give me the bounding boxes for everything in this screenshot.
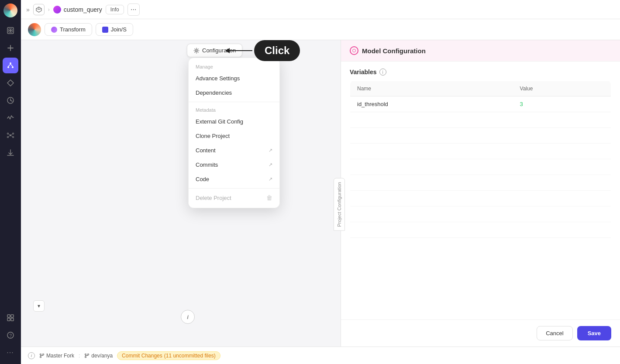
dropdown-menu: Manage Advance Settings Dependencies Met… <box>188 58 280 208</box>
divider-1 <box>189 102 279 102</box>
chevron-down-icon: ▾ <box>38 303 40 309</box>
configuration-icon <box>193 48 200 54</box>
svg-point-41 <box>85 356 86 357</box>
variables-section: Variables i Name Value id_threshold 3 <box>341 62 620 319</box>
click-tooltip: Click <box>226 40 300 61</box>
sub-topbar: Transform Join/S <box>21 19 620 40</box>
info-button[interactable]: Info <box>106 5 124 14</box>
svg-point-37 <box>40 356 41 357</box>
arrow-shaft <box>226 50 252 51</box>
center-info-icon: i <box>187 314 189 320</box>
empty-row-2 <box>350 128 611 144</box>
commit-label: Commit Changes <box>122 353 162 359</box>
svg-point-38 <box>43 354 44 355</box>
svg-text:?: ? <box>9 333 12 338</box>
svg-line-11 <box>10 64 13 66</box>
right-panel-footer: Cancel Save <box>341 319 620 347</box>
sidebar-icon-diamond[interactable] <box>3 75 18 91</box>
arrowhead-icon <box>225 48 230 53</box>
commit-changes-badge[interactable]: Commit Changes (11 uncommitted files) <box>117 351 220 360</box>
right-panel: Model Configuration Variables i Name Val… <box>341 40 620 347</box>
clone-project-item[interactable]: Clone Project <box>189 129 279 143</box>
git-dev-icon <box>84 353 90 358</box>
svg-point-35 <box>196 50 197 52</box>
svg-line-14 <box>10 100 12 101</box>
project-configuration-tab[interactable]: Project Configuration <box>334 178 345 231</box>
model-config-icon <box>350 46 358 55</box>
commits-label: Commits <box>196 161 218 168</box>
code-label: Code <box>196 176 209 182</box>
svg-line-34 <box>39 8 41 10</box>
model-config-title: Model Configuration <box>362 47 426 55</box>
delete-project-label: Delete Project <box>196 195 231 201</box>
main-area: » › custom_query Info ··· Transform J <box>21 0 620 364</box>
advance-settings-label: Advance Settings <box>196 75 240 82</box>
delete-project-item[interactable]: Delete Project 🗑 <box>189 190 279 205</box>
sidebar-icon-clock[interactable] <box>3 93 18 108</box>
bottom-info-icon[interactable]: i <box>28 352 35 359</box>
project-logo <box>28 23 41 36</box>
topbar-arrow-icon: › <box>48 7 50 13</box>
table-row: id_threshold 3 <box>350 96 611 112</box>
chevron-down-button[interactable]: ▾ <box>33 300 45 312</box>
code-item[interactable]: Code ↗ <box>189 172 279 186</box>
svg-point-8 <box>7 66 9 68</box>
external-git-config-item[interactable]: External Git Config <box>189 114 279 129</box>
dependencies-item[interactable]: Dependencies <box>189 86 279 100</box>
sidebar-logo[interactable] <box>3 3 17 17</box>
svg-point-9 <box>12 66 14 68</box>
variables-info-icon[interactable]: i <box>379 69 386 76</box>
topbar-collapse-icon[interactable]: » <box>26 6 30 13</box>
branch-master: Master Fork <box>39 353 74 359</box>
svg-rect-27 <box>11 315 14 317</box>
svg-line-23 <box>11 136 13 137</box>
transform-icon <box>51 27 57 33</box>
content-item[interactable]: Content ↗ <box>189 143 279 158</box>
sidebar-icon-diagram[interactable] <box>3 58 18 73</box>
save-button[interactable]: Save <box>577 326 611 340</box>
sidebar-icon-download[interactable] <box>3 145 18 161</box>
joins-icon <box>102 27 108 33</box>
svg-point-16 <box>7 133 8 134</box>
sidebar-icon-grid[interactable] <box>3 310 18 326</box>
tab-joins[interactable]: Join/S <box>96 23 133 36</box>
branch-dev: dev/anya <box>84 353 113 359</box>
content-arrow-icon: ↗ <box>269 148 272 153</box>
content-label: Content <box>196 147 216 154</box>
svg-rect-26 <box>7 315 10 317</box>
topbar-cube-icon <box>33 4 45 15</box>
svg-point-19 <box>12 137 14 138</box>
center-info-button[interactable]: i <box>181 310 195 324</box>
sidebar-icon-add[interactable] <box>3 40 18 56</box>
variables-header: Variables i <box>350 69 611 76</box>
external-git-config-label: External Git Config <box>196 118 243 125</box>
empty-row-5 <box>350 175 611 191</box>
empty-row-4 <box>350 159 611 175</box>
sidebar-icon-more[interactable]: ··· <box>3 345 18 361</box>
cancel-button[interactable]: Cancel <box>537 326 572 340</box>
uncommitted-count: (11 uncommitted files) <box>164 353 216 359</box>
manage-section-label: Manage <box>189 61 279 71</box>
empty-row-7 <box>350 206 611 222</box>
svg-point-42 <box>88 354 89 355</box>
sidebar-icon-photos[interactable] <box>3 23 18 38</box>
topbar: » › custom_query Info ··· <box>21 0 620 19</box>
row-value: 3 <box>513 96 611 112</box>
sidebar-icon-help[interactable]: ? <box>3 327 18 343</box>
sidebar-icon-network[interactable] <box>3 127 18 143</box>
svg-point-15 <box>10 134 11 136</box>
dependencies-label: Dependencies <box>196 89 232 96</box>
advance-settings-item[interactable]: Advance Settings <box>189 71 279 86</box>
trash-icon: 🗑 <box>266 194 272 201</box>
commits-item[interactable]: Commits ↗ <box>189 158 279 172</box>
empty-row-6 <box>350 191 611 206</box>
tab-transform[interactable]: Transform <box>45 23 92 36</box>
svg-line-10 <box>8 64 10 66</box>
svg-line-20 <box>8 134 10 135</box>
svg-line-33 <box>36 8 39 10</box>
model-config-header: Model Configuration <box>341 40 620 62</box>
more-button[interactable]: ··· <box>127 3 140 16</box>
col-header-name: Name <box>350 81 513 96</box>
divider-2 <box>189 188 279 189</box>
sidebar-icon-activity[interactable] <box>3 110 18 126</box>
